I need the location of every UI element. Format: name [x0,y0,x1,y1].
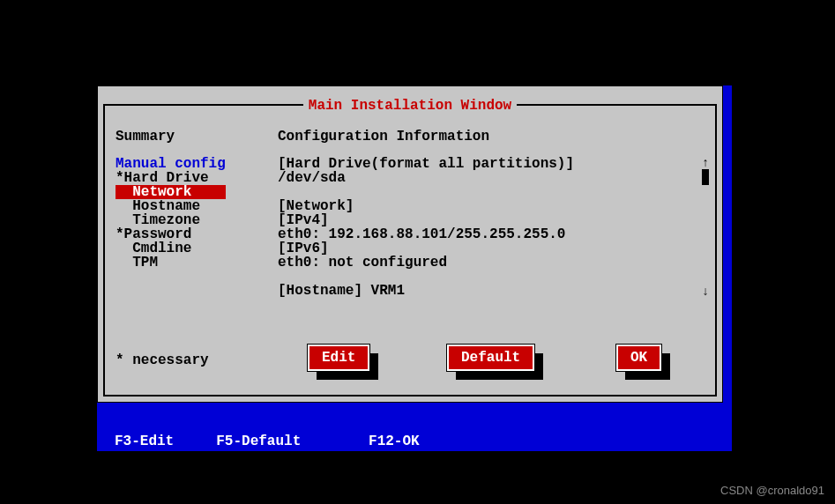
scroll-up-icon[interactable]: ↑ [701,157,710,169]
menu-item-hostname[interactable]: Hostname [116,199,226,213]
default-button-wrap[interactable]: Default [447,345,534,371]
config-info: [Hard Drive(format all partitions)] /dev… [278,157,574,298]
menu-item-timezone[interactable]: Timezone [116,213,226,227]
scroll-down-icon[interactable]: ↓ [701,285,710,298]
config-line: eth0: not configured [278,256,574,270]
config-line: eth0: 192.168.88.101/255.255.255.0 [278,227,574,241]
config-line: [Hostname] VRM1 [278,284,574,298]
ok-button-wrap[interactable]: OK [616,345,661,371]
header-config: Configuration Information [278,129,489,145]
menu-item-password[interactable]: *Password [116,227,226,241]
window-title: Main Installation Window [303,98,517,114]
ok-button[interactable]: OK [616,345,661,371]
header-summary: Summary [116,129,175,145]
window-title-wrap: Main Installation Window [98,98,722,114]
menu-item-hard-drive[interactable]: *Hard Drive [116,171,226,185]
menu-item-manual-config[interactable]: Manual config [116,157,226,171]
watermark: CSDN @cronaldo91 [720,484,824,497]
main-window: Main Installation Window Summary Configu… [97,85,723,403]
function-keys: F3-Edit F5-Default F12-OK [115,434,420,449]
config-line [278,185,574,199]
config-line: [IPv4] [278,213,574,227]
summary-menu: Manual config *Hard Drive Network Hostna… [116,157,226,270]
scroll-thumb[interactable] [702,169,709,185]
menu-item-tpm[interactable]: TPM [116,256,226,270]
config-line: [IPv6] [278,241,574,256]
necessary-note: * necessary [116,352,209,368]
edit-button-wrap[interactable]: Edit [308,345,369,371]
menu-item-network[interactable]: Network [116,185,226,199]
outer-frame: Main Installation Window Summary Configu… [97,85,732,451]
config-line: [Hard Drive(format all partitions)] [278,157,574,171]
menu-item-cmdline[interactable]: Cmdline [116,241,226,256]
scrollbar[interactable]: ↑ ↓ [701,157,710,298]
config-line [278,270,574,284]
edit-button[interactable]: Edit [308,345,369,371]
config-line: /dev/sda [278,171,574,185]
default-button[interactable]: Default [447,345,534,371]
config-line: [Network] [278,199,574,213]
